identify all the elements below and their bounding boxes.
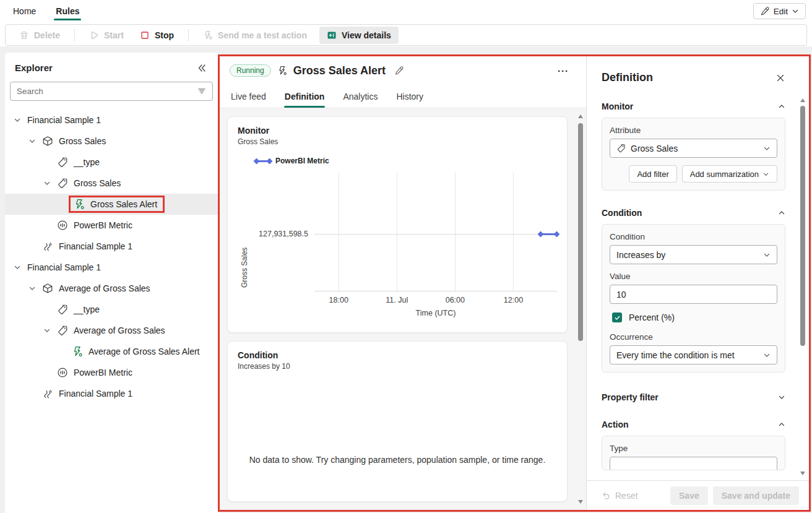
scrollbar-thumb[interactable] — [800, 106, 805, 346]
annotation-rect-tree-item: Gross Sales Alert — [69, 196, 165, 213]
section-action-header[interactable]: Action — [602, 420, 785, 429]
tab-rules[interactable]: Rules — [54, 0, 81, 22]
close-icon[interactable] — [775, 73, 785, 83]
occurrence-label: Occurrence — [610, 332, 777, 342]
condition-card-subtitle: Increases by 10 — [238, 362, 557, 371]
add-summarization-label: Add summarization — [690, 170, 759, 179]
gridline — [455, 173, 456, 291]
tree-item-average-attribute[interactable]: Average of Gross Sales — [5, 320, 218, 341]
main-scrollbar[interactable] — [576, 113, 585, 505]
stream-icon — [42, 241, 53, 252]
save-button[interactable]: Save — [670, 486, 708, 505]
chevron-down-icon — [762, 171, 769, 178]
tree-item-type[interactable]: __type — [5, 152, 218, 173]
tab-definition-label: Definition — [285, 92, 325, 101]
scroll-up-icon[interactable] — [800, 98, 805, 102]
chevron-down-icon[interactable] — [43, 327, 57, 334]
delete-button[interactable]: Delete — [12, 27, 67, 44]
tree-item-average-alert[interactable]: Average of Gross Sales Alert — [5, 341, 218, 362]
view-details-button[interactable]: View details — [319, 27, 399, 44]
tab-definition[interactable]: Definition — [279, 85, 331, 108]
section-condition-title: Condition — [602, 208, 642, 218]
tree-item-label: Gross Sales — [59, 136, 106, 146]
chart-data-series-powerbi-metric[interactable] — [540, 233, 557, 235]
tree-item-powerbi-metric-b[interactable]: PowerBI Metric — [5, 362, 218, 383]
edit-button[interactable]: Edit — [753, 3, 806, 19]
tab-history[interactable]: History — [390, 85, 430, 108]
section-condition-header[interactable]: Condition — [602, 208, 785, 218]
section-monitor-header[interactable]: Monitor — [602, 101, 785, 111]
scrollbar-thumb[interactable] — [578, 123, 583, 341]
start-button[interactable]: Start — [82, 27, 131, 44]
add-filter-button[interactable]: Add filter — [629, 165, 676, 183]
chevron-down-icon[interactable] — [14, 264, 27, 271]
attribute-dropdown[interactable]: Gross Sales — [610, 139, 777, 158]
tree-item-eventstream-b[interactable]: Financial Sample 1 — [5, 383, 218, 404]
percent-checkbox-label: Percent (%) — [629, 313, 675, 322]
tab-analytics[interactable]: Analytics — [337, 85, 384, 108]
status-badge: Running — [230, 64, 271, 77]
tree-item-financial-sample-1[interactable]: Financial Sample 1 — [5, 110, 218, 131]
chart-plot-area: 127,931,598.5 18:00 11. Jul 06:00 12:00 … — [314, 173, 557, 291]
save-and-update-button[interactable]: Save and update — [713, 486, 799, 505]
page-title: Gross Sales Alert — [293, 64, 386, 77]
chevron-down-icon[interactable] — [28, 137, 42, 145]
stop-button[interactable]: Stop — [132, 27, 181, 44]
condition-dropdown[interactable]: Increases by — [610, 245, 777, 264]
collapse-panel-icon[interactable] — [197, 63, 207, 73]
chart-legend[interactable]: PowerBI Metric — [256, 157, 557, 165]
send-test-action-label: Send me a test action — [218, 30, 307, 40]
view-details-icon — [327, 30, 337, 40]
gridline — [397, 173, 397, 291]
percent-checkbox[interactable] — [612, 313, 622, 322]
explorer-title: Explorer — [15, 63, 53, 73]
tag-icon — [57, 178, 68, 189]
send-test-action-button[interactable]: Send me a test action — [196, 27, 314, 44]
more-button[interactable]: ··· — [558, 66, 569, 76]
reset-button[interactable]: Reset — [602, 491, 638, 501]
chevron-down-icon[interactable] — [14, 116, 27, 124]
search-input[interactable] — [10, 82, 213, 101]
explorer-header: Explorer — [5, 53, 218, 73]
tab-rules-label: Rules — [56, 6, 79, 16]
tree-item-label: Financial Sample 1 — [27, 115, 101, 125]
tab-live-feed[interactable]: Live feed — [225, 85, 272, 108]
panel-scrollbar[interactable] — [798, 97, 807, 476]
tree-item-label: __type — [74, 304, 100, 314]
tab-home[interactable]: Home — [11, 0, 38, 22]
section-property-filter-header[interactable]: Property filter — [602, 392, 785, 402]
tag-icon — [57, 304, 68, 315]
tab-history-label: History — [396, 92, 423, 101]
filter-icon[interactable] — [197, 86, 207, 96]
tree-item-powerbi-metric[interactable]: PowerBI Metric — [5, 215, 218, 236]
occurrence-dropdown[interactable]: Every time the condition is met — [610, 345, 777, 364]
legend-label: PowerBI Metric — [275, 157, 329, 165]
tree-item-eventstream[interactable]: Financial Sample 1 — [5, 236, 218, 257]
chevron-down-icon[interactable] — [28, 285, 42, 292]
chevron-down-icon[interactable] — [43, 179, 57, 187]
tree-item-gross-sales-alert[interactable]: Gross Sales Alert — [5, 194, 218, 215]
stream-icon — [42, 388, 53, 399]
tree-item-financial-sample-1-b[interactable]: Financial Sample 1 — [5, 257, 218, 278]
tree-item-type-b[interactable]: __type — [5, 299, 218, 320]
section-action-title: Action — [602, 420, 629, 429]
trash-icon — [19, 30, 29, 40]
tree-item-gross-sales-attribute[interactable]: Gross Sales — [5, 173, 218, 194]
value-input[interactable] — [610, 285, 777, 304]
occurrence-dropdown-value: Every time the condition is met — [616, 350, 735, 360]
legend-marker — [256, 160, 270, 162]
tree-item-label: Gross Sales — [74, 178, 121, 188]
attribute-dropdown-value: Gross Sales — [631, 144, 678, 153]
rename-icon[interactable] — [394, 66, 404, 75]
test-action-icon — [203, 30, 213, 40]
explorer-tree: Financial Sample 1 Gross Sales __type Gr… — [5, 110, 218, 404]
reset-button-label: Reset — [615, 491, 638, 501]
scroll-down-icon[interactable] — [800, 472, 805, 475]
tree-item-average-object[interactable]: Average of Gross Sales — [5, 278, 218, 299]
action-group: Type — [602, 436, 785, 470]
add-summarization-button[interactable]: Add summarization — [682, 165, 777, 183]
scroll-up-icon[interactable] — [578, 114, 583, 118]
action-type-dropdown[interactable] — [610, 457, 777, 470]
tree-item-gross-sales-object[interactable]: Gross Sales — [5, 131, 218, 152]
scroll-down-icon[interactable] — [578, 500, 583, 504]
